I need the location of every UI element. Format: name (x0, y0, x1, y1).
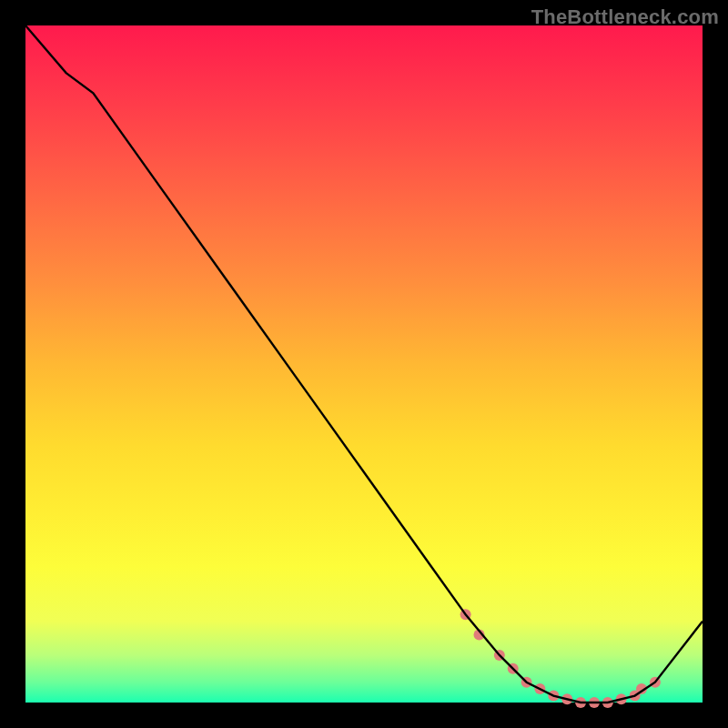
bottleneck-curve (25, 25, 703, 703)
chart-frame: TheBottleneck.com (0, 0, 728, 728)
watermark-text: TheBottleneck.com (531, 5, 719, 29)
chart-svg (25, 25, 703, 703)
plot-area (25, 25, 703, 703)
marker-layer (460, 609, 661, 708)
